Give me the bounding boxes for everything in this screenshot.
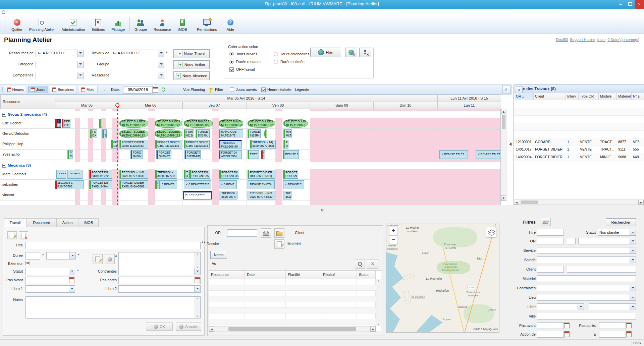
search-button[interactable] [355,259,365,269]
task-block[interactable]: TREBISOL - 14(3620-00777-883( [250,140,276,149]
task-block[interactable]: FORGET DIDIERZX85US-5A-5365 [119,180,148,189]
task-block[interactable]: < REMISE EN É1 [439,150,468,159]
task-block[interactable]: TREBISOL -3620-00777-8 [155,170,177,179]
task-block[interactable]: DZ [261,150,265,159]
plan-remove-button[interactable] [345,48,357,57]
task-block[interactable]: REMISE EN ÉTA [248,180,275,189]
filters-clear-button[interactable] [541,218,551,226]
annuler-button[interactable]: Annuler [176,323,201,331]
travaux-col-2[interactable]: Interv [566,93,579,100]
filter-libre-select[interactable] [537,303,584,310]
filter-lieu-select[interactable] [537,294,636,301]
scroll-left-icon[interactable]: ◄ [514,200,519,205]
filter-a-input[interactable] [599,331,626,338]
clear-button[interactable]: × [367,259,378,269]
grid-vscrollbar[interactable]: ▲ ▼ [501,109,506,201]
table-vscrollbar[interactable] [376,279,381,326]
date-input[interactable] [123,86,153,94]
filter-materiel-input[interactable] [537,275,636,282]
task-block[interactable]: TI3( [184,170,189,179]
scroll-right-icon[interactable]: ► [370,327,376,332]
task-block[interactable]: SELECT BULBESMLT5-110989-122 [155,119,182,128]
view-jours-button[interactable]: Jours [29,86,48,93]
task-block[interactable] [264,129,267,138]
travaux-row[interactable]: 12100001GODARD1VENTETRACT...8877VF6 [514,138,644,146]
resource-label-cell[interactable]: Gerald Detoulon [0,129,55,139]
task-block[interactable]: SELECT BULBESMLT5-110989-122 [184,119,213,128]
unassign-button[interactable] [359,48,371,57]
filter-or-input[interactable] [537,238,564,244]
top-link[interactable]: 0 Note(s) interne(s) [607,38,639,42]
tab-action[interactable]: Action [57,218,78,227]
contraintes-select[interactable] [118,268,201,275]
filter-pas-apres-input[interactable] [599,322,626,329]
view-mois-button[interactable]: Mois [79,86,98,93]
pilotage-button[interactable]: Pilotage [108,15,128,33]
tab-document[interactable]: Document [26,218,57,227]
filter-row-select2[interactable] [111,61,164,68]
task-block[interactable]: FORGETG480-87 [156,150,171,159]
task-block[interactable]: SELECT BULBESMLT5-110989-122 [119,129,148,138]
task-block[interactable]: FORGG480-! [130,150,143,159]
collapse-down-button[interactable]: « [315,207,329,215]
scroll-thumb[interactable] [228,327,356,331]
task-block[interactable]: REMISE EN É [283,150,299,159]
filter-pas-avant-input[interactable] [537,322,564,329]
task-block[interactable]: FIS [102,129,107,138]
task-block[interactable]: REMISE [67,170,83,179]
resource-label-cell[interactable]: vincent [0,190,55,200]
filter-row-select1[interactable] [36,72,84,79]
task-block[interactable]: 1:41 [55,119,61,128]
day-header[interactable]: Ven 08 [246,102,310,109]
map-layers-button[interactable] [486,227,496,237]
collapse-up-button[interactable]: « [502,85,511,94]
notes-textarea[interactable] [25,296,201,319]
view-heures-button[interactable]: Heures [5,86,26,93]
nouv-button-2[interactable]: Nouv. Absence [173,71,210,80]
tab-travail[interactable]: Travail [4,218,26,227]
task-block[interactable]: < REMISE EN É1 [476,150,500,159]
statut-select[interactable] [25,268,75,275]
group-header-row[interactable]: Mecanics (3) [0,162,500,169]
task-block[interactable]: FORGET DIIAXION 850-! [219,150,242,159]
task-block[interactable]: ENTRI [248,150,259,159]
app-icon-small[interactable] [1,9,1,13]
expand-panel-button[interactable]: » [516,86,523,93]
travaux-hscrollbar[interactable]: ◄ ► [514,199,644,205]
textarea-scrollbar[interactable] [195,252,200,269]
task-block[interactable]: < REMISE E [283,180,304,189]
filter-ville-input[interactable] [537,313,636,320]
editions-button[interactable]: Editions [88,15,108,33]
print-button[interactable] [261,228,271,238]
calendar-icon[interactable] [69,277,74,283]
travaux-row[interactable]: 14020004FORGET DIDIER1VENTEMINI E...9088… [514,153,644,161]
filter-or-select[interactable] [578,238,636,244]
radio-duree-estimee[interactable] [274,60,278,64]
task-block[interactable]: TR36: [283,140,288,149]
filter-contraintes-select[interactable] [537,285,636,291]
travaux-col-6[interactable]: N° s [632,93,644,100]
filter-row-select1[interactable] [36,61,84,68]
task-block[interactable]: F(R( [67,150,73,159]
task-block[interactable]: FO:G4: [111,140,118,149]
map-zoom-in-button[interactable]: + [389,227,398,235]
calendar-icon[interactable] [564,323,570,328]
scroll-down-icon[interactable]: ▼ [501,195,506,201]
travaux-row[interactable]: 14010017FORGET DIDIER1VENTETRACT...91115… [514,146,644,153]
task-block[interactable]: F(Z( [155,180,159,189]
task-block[interactable]: FORGET [6115R-979 [184,150,201,159]
filter-row-select2[interactable] [111,72,164,79]
checkbox-or-travail[interactable] [229,67,234,72]
libre2-select[interactable] [118,285,201,293]
resource-label-cell[interactable]: Yves Echo [0,150,55,160]
libre1-select[interactable] [25,285,75,293]
imob-button[interactable]: iMOB [174,15,191,33]
rechercher-button[interactable]: Rechercher [606,218,636,226]
groupe-button[interactable]: Groupe [131,15,150,33]
maximize-button[interactable] [625,0,635,9]
radio-duree-restante[interactable] [229,60,234,64]
administration-button[interactable]: Administration [58,15,88,33]
pas-apres-input[interactable] [118,277,201,284]
task-block[interactable]: FORGET DIIZX85US-5A- [89,180,112,189]
schedule-col-4[interactable]: Statut [357,271,376,279]
